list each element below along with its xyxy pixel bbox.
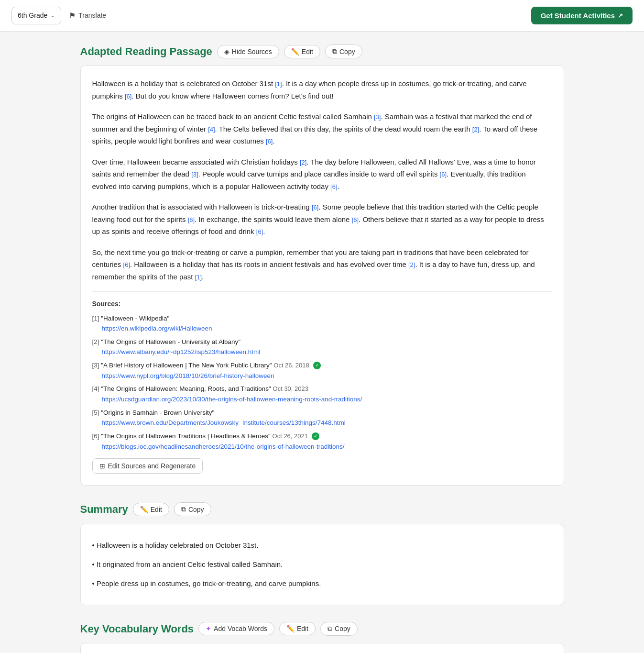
- summary-list: Halloween is a holiday celebrated on Oct…: [92, 536, 552, 593]
- paragraph-2: The origins of Halloween can be traced b…: [92, 111, 552, 147]
- source-6-title: "The Origins of Halloween Traditions | H…: [101, 432, 271, 440]
- vocab-section: Key Vocabulary Words ✦ Add Vocab Words ✏…: [80, 620, 564, 653]
- cite-4-3[interactable]: [6]: [352, 216, 359, 223]
- cite-4-4[interactable]: [6]: [256, 228, 263, 235]
- vocab-copy-icon: ⧉: [327, 625, 332, 633]
- copy-icon: ⧉: [332, 47, 337, 55]
- summary-copy-label: Copy: [188, 506, 204, 513]
- summary-edit-label: Edit: [151, 506, 162, 513]
- source-4-link[interactable]: https://ucsdguardian.org/2023/10/30/the-…: [102, 394, 552, 405]
- top-bar-left: 6th Grade ⌄ ⚑ Translate: [11, 7, 106, 24]
- cite-4-1[interactable]: [6]: [312, 204, 318, 211]
- edit-icon: ✏️: [291, 48, 299, 55]
- summary-copy-button[interactable]: ⧉ Copy: [174, 502, 211, 516]
- translate-button[interactable]: ⚑ Translate: [69, 11, 106, 20]
- source-1-num: [1]: [92, 315, 101, 322]
- cite-5-3[interactable]: [1]: [195, 274, 202, 281]
- summary-item-2: It originated from an ancient Celtic fes…: [92, 555, 552, 574]
- summary-edit-button[interactable]: ✏️ Edit: [133, 503, 169, 516]
- reading-passage-card: Halloween is a holiday that is celebrate…: [80, 66, 564, 486]
- vocab-edit-label: Edit: [297, 625, 308, 632]
- external-link-icon: ↗: [618, 12, 623, 19]
- top-bar: 6th Grade ⌄ ⚑ Translate Get Student Acti…: [0, 0, 644, 32]
- edit-sources-icon: ⊞: [99, 462, 105, 470]
- summary-copy-icon: ⧉: [181, 505, 186, 513]
- chevron-down-icon: ⌄: [50, 11, 55, 20]
- sources-title: Sources:: [92, 299, 552, 309]
- vocab-copy-label: Copy: [335, 625, 350, 632]
- reading-edit-button[interactable]: ✏️ Edit: [284, 45, 320, 58]
- summary-header: Summary ✏️ Edit ⧉ Copy: [80, 501, 564, 518]
- reading-passage-header: Adapted Reading Passage ◈ Hide Sources ✏…: [80, 43, 564, 60]
- cite-5-2[interactable]: [2]: [408, 261, 415, 268]
- reading-copy-button[interactable]: ⧉ Copy: [325, 44, 362, 58]
- main-content: Adapted Reading Passage ◈ Hide Sources ✏…: [69, 32, 576, 653]
- summary-item-3: People dress up in costumes, go trick-or…: [92, 574, 552, 593]
- add-vocab-label: Add Vocab Words: [214, 625, 267, 632]
- hide-sources-icon: ◈: [224, 48, 229, 55]
- vocab-title: Key Vocabulary Words: [80, 620, 194, 637]
- summary-edit-icon: ✏️: [140, 506, 148, 513]
- translate-icon: ⚑: [69, 11, 76, 20]
- add-vocab-button[interactable]: ✦ Add Vocab Words: [198, 622, 274, 635]
- source-5-link[interactable]: https://www.brown.edu/Departments/Joukow…: [102, 418, 552, 428]
- hide-sources-label: Hide Sources: [232, 48, 272, 55]
- copy-label: Copy: [339, 48, 355, 55]
- source-3-date: Oct 26, 2018: [273, 362, 309, 369]
- cite-2-3[interactable]: [2]: [472, 126, 479, 133]
- cite-5-1[interactable]: [6]: [123, 261, 130, 268]
- source-6-num: [6]: [92, 432, 101, 440]
- cite-2-1[interactable]: [3]: [374, 113, 381, 121]
- source-3: [3] "A Brief History of Halloween | The …: [92, 360, 552, 381]
- source-5: [5] "Origins in Samhain - Brown Universi…: [92, 408, 552, 428]
- reading-passage-title: Adapted Reading Passage: [80, 43, 212, 60]
- source-2-num: [2]: [92, 338, 101, 345]
- passage-text: Halloween is a holiday that is celebrate…: [92, 77, 552, 283]
- summary-item-1: Halloween is a holiday celebrated on Oct…: [92, 536, 552, 555]
- sparkle-icon: ✦: [206, 625, 211, 632]
- vocab-copy-button[interactable]: ⧉ Copy: [320, 622, 358, 636]
- reading-passage-section: Adapted Reading Passage ◈ Hide Sources ✏…: [80, 43, 564, 486]
- source-3-link[interactable]: https://www.nypl.org/blog/2018/10/26/bri…: [102, 371, 552, 381]
- source-1: [1] "Halloween - Wikipedia" https://en.w…: [92, 313, 552, 334]
- source-5-title: "Origins in Samhain - Brown University": [101, 409, 214, 416]
- source-2-title: "The Origins of Halloween - University a…: [101, 338, 240, 345]
- source-1-link[interactable]: https://en.wikipedia.org/wiki/Halloween: [102, 323, 552, 334]
- source-3-title: "A Brief History of Halloween | The New …: [101, 362, 272, 369]
- get-activities-label: Get Student Activities: [541, 11, 615, 20]
- cite-3-4[interactable]: [6]: [330, 183, 337, 190]
- source-4-title: "The Origins of Halloween: Meaning, Root…: [101, 385, 271, 392]
- source-6-link[interactable]: https://blogs.loc.gov/headlinesandheroes…: [102, 442, 552, 452]
- grade-select[interactable]: 6th Grade ⌄: [11, 7, 61, 24]
- verified-badge-6: ✓: [312, 432, 319, 440]
- hide-sources-button[interactable]: ◈ Hide Sources: [217, 45, 279, 58]
- edit-sources-button[interactable]: ⊞ Edit Sources and Regenerate: [92, 458, 203, 474]
- source-6-date: Oct 26, 2021: [273, 432, 308, 440]
- cite-3-1[interactable]: [2]: [300, 159, 306, 166]
- source-2-link[interactable]: https://www.albany.edu/~dp1252/isp523/ha…: [102, 347, 552, 357]
- source-1-title: "Halloween - Wikipedia": [101, 315, 169, 322]
- grade-label: 6th Grade: [18, 10, 47, 21]
- cite-2-2[interactable]: [4]: [208, 126, 215, 133]
- source-3-num: [3]: [92, 362, 101, 369]
- cite-3-3[interactable]: [6]: [440, 171, 447, 178]
- get-activities-button[interactable]: Get Student Activities ↗: [531, 7, 633, 24]
- verified-badge-3: ✓: [313, 362, 321, 369]
- vocab-edit-button[interactable]: ✏️ Edit: [279, 622, 316, 635]
- edit-sources-label: Edit Sources and Regenerate: [108, 462, 196, 470]
- sources-section: Sources: [1] "Halloween - Wikipedia" htt…: [92, 291, 552, 474]
- cite-3-2[interactable]: [3]: [191, 171, 198, 178]
- paragraph-3: Over time, Halloween became associated w…: [92, 156, 552, 193]
- vocab-header: Key Vocabulary Words ✦ Add Vocab Words ✏…: [80, 620, 564, 637]
- paragraph-1: Halloween is a holiday that is celebrate…: [92, 77, 552, 102]
- cite-1-2[interactable]: [6]: [125, 93, 131, 100]
- cite-4-2[interactable]: [6]: [188, 216, 195, 223]
- source-4-num: [4]: [92, 385, 101, 392]
- translate-label: Translate: [78, 11, 106, 19]
- source-6: [6] "The Origins of Halloween Traditions…: [92, 431, 552, 452]
- cite-2-4[interactable]: [6]: [266, 138, 273, 145]
- cite-1-1[interactable]: [1]: [275, 80, 282, 88]
- summary-title: Summary: [80, 501, 128, 518]
- paragraph-4: Another tradition that is associated wit…: [92, 201, 552, 238]
- source-5-num: [5]: [92, 409, 101, 416]
